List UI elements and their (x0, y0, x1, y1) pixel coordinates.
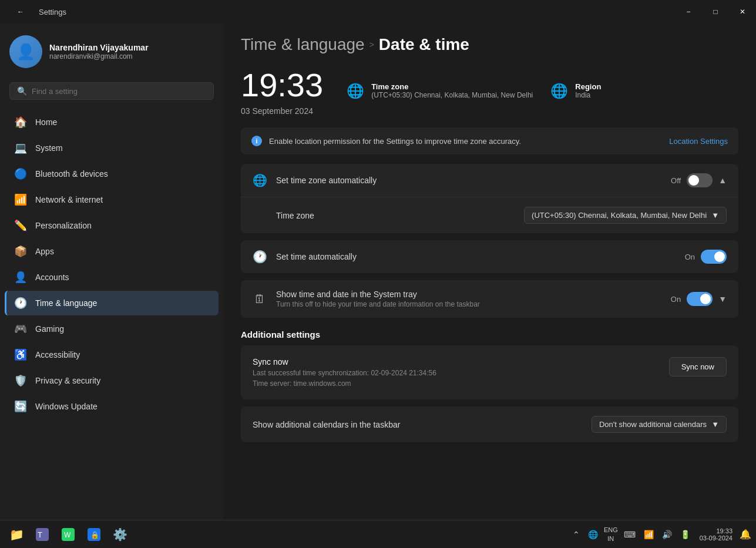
sync-title: Sync now (253, 357, 436, 367)
auto-timezone-chevron[interactable]: ▲ (718, 176, 727, 185)
tray-keyboard[interactable]: ⌨ (621, 529, 638, 540)
taskbar-security[interactable]: 🔒 (82, 523, 106, 546)
tray-wifi[interactable]: 📶 (641, 529, 656, 540)
auto-timezone-toggle[interactable] (687, 173, 713, 187)
personalization-icon: ✏️ (14, 219, 27, 232)
taskbar-clock[interactable]: 19:33 03-09-2024 (696, 526, 736, 543)
close-button[interactable]: ✕ (729, 0, 756, 23)
nav-accounts[interactable]: 👤 Accounts (5, 265, 219, 290)
clock-time: 19:33 (241, 66, 323, 104)
clock-info-cards: 🌐 Time zone (UTC+05:30) Chennai, Kolkata… (347, 82, 601, 99)
maximize-button[interactable]: □ (702, 0, 729, 23)
notification-bell[interactable]: 🔔 (740, 529, 751, 540)
timezone-label: Time zone (371, 82, 533, 91)
sync-button[interactable]: Sync now (669, 357, 727, 376)
nav-system[interactable]: 💻 System (5, 136, 219, 160)
user-name: Narendhiran Vijayakumar (49, 43, 149, 52)
titlebar-left: ← Settings (7, 0, 66, 23)
sync-server: Time server: time.windows.com (253, 379, 436, 388)
taskbar-settings[interactable]: ⚙️ (108, 523, 132, 546)
sync-section: Sync now Last successful time synchroniz… (241, 345, 738, 399)
taskbar-date: 03-09-2024 (700, 534, 733, 542)
nav-accessibility[interactable]: ♿ Accessibility (5, 342, 219, 367)
svg-text:W: W (64, 531, 71, 539)
show-tray-state: On (671, 295, 681, 304)
nav-accounts-label: Accounts (35, 273, 69, 282)
tray-chevron[interactable]: ⌃ (570, 529, 582, 540)
tray-volume[interactable]: 🔊 (660, 529, 674, 540)
show-tray-toggle[interactable] (687, 292, 713, 306)
timezone-globe-icon: 🌐 (347, 83, 364, 99)
home-icon: 🏠 (14, 116, 27, 129)
calendar-dropdown-value: Don't show additional calendars (599, 420, 707, 429)
nav-time[interactable]: 🕐 Time & language (5, 291, 219, 315)
nav-update-label: Windows Update (35, 402, 98, 411)
timezone-info-card: 🌐 Time zone (UTC+05:30) Chennai, Kolkata… (347, 82, 533, 99)
calendar-dropdown-arrow: ▼ (711, 420, 719, 429)
taskbar-file-explorer[interactable]: 📁 (5, 523, 28, 546)
gaming-icon: 🎮 (14, 322, 27, 335)
tray-battery[interactable]: 🔋 (678, 529, 693, 540)
nav-home-label: Home (35, 117, 57, 127)
auto-time-toggle[interactable] (701, 250, 727, 264)
minimize-button[interactable]: − (675, 0, 702, 23)
apps-icon: 📦 (14, 245, 27, 258)
accounts-icon: 👤 (14, 271, 27, 284)
calendar-label: Show additional calendars in the taskbar (253, 420, 400, 429)
titlebar: ← Settings − □ ✕ (0, 0, 756, 23)
timezone-value: (UTC+05:30) Chennai, Kolkata, Mumbai, Ne… (371, 91, 533, 99)
calendar-dropdown[interactable]: Don't show additional calendars ▼ (592, 416, 727, 433)
nav-personalization[interactable]: ✏️ Personalization (5, 213, 219, 238)
region-globe-icon: 🌐 (550, 83, 568, 99)
taskbar-teams[interactable]: T (31, 523, 54, 546)
nav-gaming[interactable]: 🎮 Gaming (5, 317, 219, 341)
show-tray-row: 🗓 Show time and date in the System tray … (241, 280, 738, 318)
show-tray-icon: 🗓 (253, 293, 267, 306)
nav-bluetooth[interactable]: 🔵 Bluetooth & devices (5, 162, 219, 186)
language-indicator[interactable]: ENGIN (604, 526, 618, 543)
nav-privacy[interactable]: 🛡️ Privacy & security (5, 368, 219, 393)
sidebar: 👤 Narendhiran Vijayakumar narendiranviki… (0, 23, 223, 520)
search-input[interactable] (32, 87, 206, 96)
show-tray-card: 🗓 Show time and date in the System tray … (241, 280, 738, 318)
sync-info: Sync now Last successful time synchroniz… (253, 357, 436, 388)
accessibility-icon: ♿ (14, 348, 27, 361)
system-icon: 💻 (14, 142, 27, 154)
nav-privacy-label: Privacy & security (35, 376, 100, 385)
network-icon: 📶 (14, 193, 27, 206)
timezone-dropdown[interactable]: (UTC+05:30) Chennai, Kolkata, Mumbai, Ne… (524, 207, 727, 224)
nav-system-label: System (35, 143, 63, 153)
location-settings-link[interactable]: Location Settings (669, 137, 728, 146)
user-info: Narendhiran Vijayakumar narendiranviki@g… (49, 43, 149, 60)
search-box[interactable]: 🔍 (9, 82, 214, 100)
nav-bluetooth-label: Bluetooth & devices (35, 169, 108, 179)
taskbar-whatsapp[interactable]: W (56, 523, 80, 546)
taskbar-right: ⌃ 🌐 ENGIN ⌨ 📶 🔊 🔋 19:33 03-09-2024 🔔 (570, 526, 751, 543)
nav-network-label: Network & internet (35, 195, 103, 204)
breadcrumb-separator: > (369, 40, 374, 49)
auto-time-knob (714, 251, 725, 262)
clock-date: 03 September 2024 (241, 106, 323, 116)
info-icon: i (251, 136, 262, 146)
auto-time-icon: 🕐 (253, 250, 267, 264)
show-tray-label: Show time and date in the System tray (276, 290, 480, 299)
nav-apps[interactable]: 📦 Apps (5, 239, 219, 264)
nav-apps-label: Apps (35, 247, 54, 256)
auto-time-row: 🕐 Set time automatically On (241, 240, 738, 273)
taskbar-left: 📁 T W 🔒 ⚙️ (5, 523, 132, 546)
region-value: India (575, 91, 601, 99)
nav-home[interactable]: 🏠 Home (5, 110, 219, 135)
back-button[interactable]: ← (7, 0, 34, 23)
nav-update[interactable]: 🔄 Windows Update (5, 394, 219, 419)
user-profile: 👤 Narendhiran Vijayakumar narendiranviki… (0, 23, 223, 78)
timezone-sub-row: Time zone (UTC+05:30) Chennai, Kolkata, … (241, 197, 738, 233)
system-tray: ⌃ 🌐 ENGIN ⌨ 📶 🔊 🔋 19:33 03-09-2024 🔔 (570, 526, 751, 543)
breadcrumb-parent: Time & language (241, 35, 365, 54)
nav-network[interactable]: 📶 Network & internet (5, 187, 219, 212)
auto-time-state: On (685, 253, 695, 261)
clock-section: 19:33 03 September 2024 🌐 Time zone (UTC… (241, 66, 738, 116)
auto-timezone-label: Set time zone automatically (276, 176, 377, 185)
region-info-card: 🌐 Region India (550, 82, 601, 99)
show-tray-chevron[interactable]: ▼ (718, 294, 727, 304)
tray-browser[interactable]: 🌐 (586, 529, 600, 540)
